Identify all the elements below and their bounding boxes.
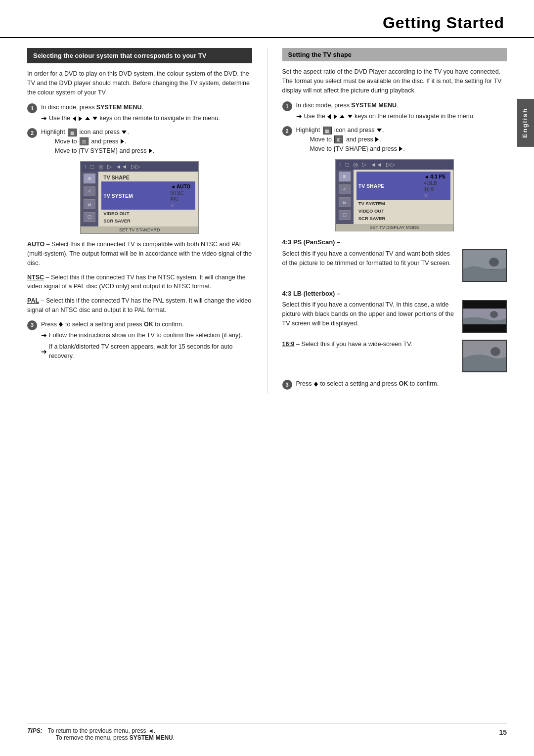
tv-thumb-panscan bbox=[462, 249, 507, 282]
arrow-bullet-1r: ➔ bbox=[296, 111, 302, 122]
down-arrow-icon-r bbox=[348, 115, 353, 118]
opt-auto: ◄ AUTO bbox=[171, 183, 190, 190]
opt-43lb: 4:3LB bbox=[424, 180, 437, 186]
menu-row-tvsystem: TV SYSTEM ◄ AUTO NTSC PAL ▽ bbox=[101, 181, 195, 210]
right-arrow-sub2 bbox=[149, 148, 152, 153]
side-tab: English bbox=[517, 99, 534, 147]
tv-thumb-wide bbox=[462, 340, 507, 372]
up-down-icon-r bbox=[314, 382, 318, 387]
desc-pal: PAL – Select this if the connected TV ha… bbox=[27, 296, 252, 315]
tb-icon-r1: ↑ bbox=[339, 161, 342, 168]
tb-icon-4: ▷ bbox=[107, 163, 112, 170]
right-arrow-sub1 bbox=[121, 139, 124, 144]
opt-pal: PAL bbox=[171, 196, 179, 203]
desc-pal-text: – Select this if the connected TV has th… bbox=[27, 297, 251, 313]
step-3-text-r: Press to select a setting and press OK t… bbox=[296, 380, 439, 387]
menu-top-bar-right: ↑ □ ◎ ▷ ◄◄ ▷▷ bbox=[336, 160, 453, 170]
lb-black-bottom bbox=[463, 324, 506, 332]
menu-left-icons-r: ⊞ < ⊟ ☐ bbox=[336, 170, 354, 224]
up-down-icon bbox=[59, 322, 63, 327]
svg-point-6 bbox=[490, 347, 500, 356]
ml-icon-r4: ☐ bbox=[339, 210, 351, 220]
shape-43ps-row: Select this if you have a conventional T… bbox=[282, 249, 507, 282]
step-1-text: In disc mode, press SYSTEM MENU. bbox=[41, 104, 143, 111]
menu-icon-inline: ▦ bbox=[68, 129, 77, 136]
page-header: Getting Started bbox=[0, 0, 534, 38]
down-arrow-step2-r bbox=[377, 129, 382, 132]
arrow-bullet-1: ➔ bbox=[41, 113, 47, 124]
tb-icon-2: □ bbox=[90, 163, 94, 170]
step-2-highlight: Highlight ▦ icon and press . bbox=[41, 129, 129, 135]
svg-point-1 bbox=[489, 258, 499, 267]
down-arrow-step2 bbox=[122, 131, 127, 134]
menu-row-tvsystem-r: TV SYSTEM bbox=[356, 200, 450, 207]
shape-43ps: 4:3 PS (PanScan) – Select this if you ha… bbox=[282, 237, 507, 282]
videoout-label-r: VIDEO OUT bbox=[358, 208, 448, 214]
page-footer: TIPS: To return to the previous menu, pr… bbox=[27, 723, 507, 741]
step-1-sub-text-r: Use the keys on the remote to navigate i… bbox=[304, 112, 475, 121]
tb-icon-r5: ◄◄ bbox=[370, 161, 382, 168]
desc-auto: AUTO – Select this if the connected TV i… bbox=[27, 240, 252, 267]
right-section-header: Setting the TV shape bbox=[282, 48, 507, 61]
footer-tips: TIPS: To return to the previous menu, pr… bbox=[27, 727, 499, 741]
step-2-sub2: Move to {TV SYSTEM} and press . bbox=[55, 146, 252, 156]
page-number: 15 bbox=[499, 727, 507, 736]
widescreen-svg bbox=[463, 341, 507, 372]
page-title: Getting Started bbox=[383, 14, 504, 32]
shape-43ps-header: 4:3 PS (PanScan) – bbox=[282, 237, 507, 247]
down-arrow-icon bbox=[92, 117, 97, 120]
step-2-sub1: Move to ⊞ and press . bbox=[55, 137, 252, 146]
videoout-label: VIDEO OUT bbox=[103, 211, 193, 216]
main-content: Selecting the colour system that corresp… bbox=[0, 38, 534, 403]
shape-43lb-text: Select this if you have a conventional T… bbox=[282, 300, 457, 328]
step-3-sub2-text-l: If a blank/distorted TV screen appears, … bbox=[49, 342, 252, 361]
step-num-2-r: 2 bbox=[282, 126, 292, 136]
shape-43lb-body: Select this if you have a conventional T… bbox=[282, 301, 454, 327]
ok-label-r: OK bbox=[399, 380, 408, 387]
menu-bottom-left: SET TV STANDARD bbox=[81, 226, 198, 233]
svg-point-4 bbox=[490, 311, 498, 318]
right-step-1: 1 In disc mode, press SYSTEM MENU. ➔ Use… bbox=[282, 101, 507, 122]
up-arrow-icon-r bbox=[340, 115, 345, 118]
shape-43ps-body: Select this if you have a conventional T… bbox=[282, 250, 451, 267]
tips-label: TIPS: bbox=[27, 727, 43, 734]
opt-ntsc: NTSC bbox=[171, 190, 184, 196]
tvsystem-label-r: TV SYSTEM bbox=[358, 201, 448, 206]
ok-label-l: OK bbox=[144, 321, 153, 328]
letterbox-svg bbox=[463, 309, 507, 326]
step-1-text-r: In disc mode, press SYSTEM MENU. bbox=[296, 102, 399, 109]
left-arrow-icon bbox=[73, 116, 76, 121]
ml-icon-r3: ⊟ bbox=[339, 197, 351, 207]
step-num-3-r: 3 bbox=[282, 380, 292, 390]
right-arrow-icon-r bbox=[334, 114, 337, 119]
desc-ntsc-text: – Select this if the connected TV has th… bbox=[27, 274, 246, 290]
left-step-2: 2 Highlight ▦ icon and press . Move to ⊞… bbox=[27, 128, 252, 155]
opt-triangle-r: ▽ bbox=[424, 193, 428, 198]
step-2-sub1-r: Move to ⊞ and press . bbox=[310, 135, 507, 144]
step-1-content-r: In disc mode, press SYSTEM MENU. ➔ Use t… bbox=[296, 101, 507, 122]
step-num-1: 1 bbox=[27, 103, 37, 113]
opt-triangle: ▽ bbox=[171, 203, 174, 208]
menu-row-tvshape: TV SHAPE bbox=[101, 174, 195, 181]
page-container: Getting Started English Selecting the co… bbox=[0, 0, 534, 756]
scrsaver-label: SCR SAVER bbox=[103, 218, 193, 223]
menu-row-videoout: VIDEO OUT bbox=[101, 210, 195, 217]
ml-icon-2: < bbox=[84, 186, 95, 196]
right-menu-mockup: ↑ □ ◎ ▷ ◄◄ ▷▷ ⊞ < ⊟ ☐ TV bbox=[335, 159, 454, 231]
left-column: Selecting the colour system that corresp… bbox=[27, 48, 267, 394]
nav-icon-inline: ⊞ bbox=[80, 137, 89, 145]
up-arrow-icon bbox=[85, 117, 90, 120]
menu-row-scrsaver: SCR SAVER bbox=[101, 217, 195, 224]
menu-top-bar-left: ↑ □ ◎ ▷ ◄◄ ▷▷ bbox=[81, 162, 198, 172]
step-1-sub-r: ➔ Use the keys on the remote to navigate… bbox=[296, 111, 507, 122]
tvsystem-label: TV SYSTEM bbox=[103, 193, 168, 199]
tv-thumb-letterbox bbox=[462, 300, 507, 333]
left-step-3: 3 Press to select a setting and press OK… bbox=[27, 320, 252, 361]
step-num-2: 2 bbox=[27, 128, 37, 138]
left-arrow-icon-r bbox=[327, 114, 331, 119]
step-num-1-r: 1 bbox=[282, 101, 292, 111]
step-2-content-r: Highlight ▦ icon and press . Move to ⊞ a… bbox=[296, 126, 507, 153]
step-3-content-r: Press to select a setting and press OK t… bbox=[296, 379, 507, 389]
menu-icon-inline-r: ▦ bbox=[323, 127, 332, 134]
tb-icon-r6: ▷▷ bbox=[386, 161, 395, 168]
